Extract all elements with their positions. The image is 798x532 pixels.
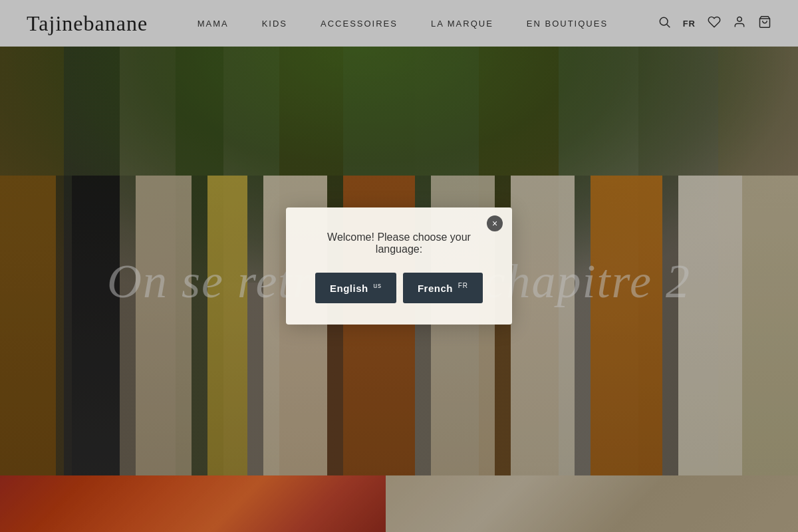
modal-language-buttons: English us French FR [307, 273, 491, 303]
english-lang-code: us [373, 282, 382, 289]
french-language-button[interactable]: French FR [403, 273, 483, 303]
modal-close-button[interactable]: × [487, 215, 503, 231]
modal-overlay: × Welcome! Please choose your language: … [0, 0, 798, 532]
modal-title: Welcome! Please choose your language: [307, 231, 491, 255]
french-lang-code: FR [458, 282, 468, 289]
english-label: English [330, 283, 368, 294]
english-language-button[interactable]: English us [315, 273, 396, 303]
language-modal: × Welcome! Please choose your language: … [286, 207, 512, 325]
french-label: French [418, 283, 453, 294]
